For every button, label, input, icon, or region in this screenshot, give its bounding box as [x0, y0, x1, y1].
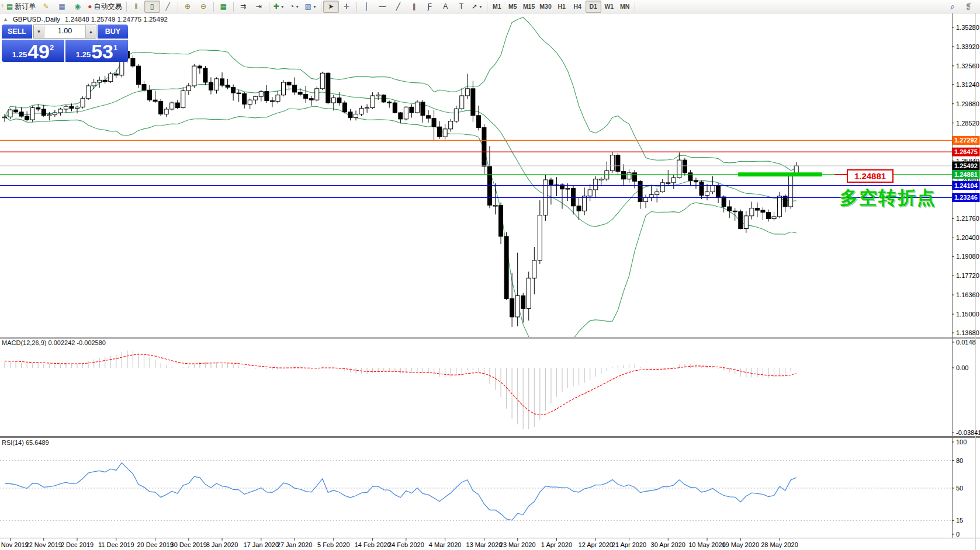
candlestick-chart-icon[interactable]: ▯: [144, 1, 160, 13]
volume-value[interactable]: 1.00: [44, 25, 85, 38]
chevron-down-icon[interactable]: ▼: [313, 5, 317, 9]
auto-scroll-icon: ⇉: [240, 3, 246, 10]
chevron-down-icon[interactable]: ▼: [295, 5, 299, 9]
toolbar-grip[interactable]: ⁞⁞: [0, 4, 4, 9]
candle-body: [660, 183, 664, 192]
timeframe-d1-button[interactable]: D1: [586, 1, 601, 13]
autotrade-button[interactable]: ●自动交易: [85, 1, 124, 13]
price-pane[interactable]: [0, 18, 952, 347]
navigator-icon[interactable]: ◉: [70, 1, 85, 13]
chart-canvas[interactable]: 1.352801.339201.325601.312401.298801.285…: [0, 0, 980, 550]
search-icon[interactable]: ⌕: [945, 1, 961, 13]
candle-body: [243, 93, 247, 104]
candlestick-chart-icon: ▯: [150, 3, 154, 10]
candle-body: [198, 66, 202, 68]
sell-button[interactable]: SELL: [2, 25, 32, 39]
macd-label: MACD(12,26,9) 0.002242 -0.002580: [2, 339, 106, 346]
date-axis-label: 10 May 2020: [688, 541, 726, 548]
timeframe-h4-button[interactable]: H4: [570, 1, 586, 13]
sell-price-tile[interactable]: 1.25 49 2: [2, 40, 64, 62]
timeframe-m1-button[interactable]: M1: [489, 1, 505, 13]
candle-body: [599, 179, 603, 180]
thick-trendline-segment[interactable]: [738, 172, 822, 176]
zoom-out-icon: ⊖: [200, 3, 206, 10]
sell-price-pip: 2: [50, 44, 54, 51]
candle-body: [47, 115, 51, 116]
candle-body: [237, 93, 241, 94]
timeframe-m5-button[interactable]: M5: [505, 1, 521, 13]
chevron-down-icon[interactable]: ▼: [281, 5, 285, 9]
cursor-icon[interactable]: ➤: [323, 1, 339, 13]
candle-body: [8, 110, 12, 117]
price-badge-label: 1.25492: [954, 162, 978, 169]
horizontal-line-icon[interactable]: —: [375, 1, 390, 13]
candle-body: [438, 127, 442, 137]
candle-body: [192, 66, 196, 86]
macd-pane[interactable]: [5, 350, 797, 429]
timeframe-m15-button[interactable]: M15: [521, 1, 537, 13]
chart-window-icon: ▦: [58, 3, 65, 10]
indicators-icon[interactable]: ✚▼: [271, 1, 287, 13]
chart-shift-icon[interactable]: ⇥: [251, 1, 267, 13]
chart-window-icon[interactable]: ▦: [54, 1, 70, 13]
date-axis-label: 22 Nov 2019: [26, 541, 62, 548]
timeframe-h1-button[interactable]: H1: [554, 1, 570, 13]
price-level-callout[interactable]: 1.24881: [847, 169, 894, 183]
candle-body: [655, 192, 659, 195]
text-icon[interactable]: A: [438, 1, 453, 13]
candle-body: [331, 98, 335, 103]
candle-body: [298, 92, 302, 95]
candle-body: [671, 177, 676, 182]
line-chart-icon[interactable]: ╱: [160, 1, 176, 13]
one-click-trading-panel: SELL ▼ 1.00 ▲ BUY 1.25 49 2 1.25 53 1: [2, 25, 128, 62]
candle-body: [81, 99, 85, 107]
toolbar-separator: [356, 2, 357, 12]
volume-decrement-button[interactable]: ▼: [34, 25, 44, 38]
timeframe-mn-button[interactable]: MN: [617, 1, 633, 13]
rsi-pane[interactable]: [0, 461, 952, 521]
candle-body: [64, 106, 68, 109]
auto-scroll-icon[interactable]: ⇉: [236, 1, 251, 13]
toolbar-separator: [178, 2, 178, 12]
feedback-icon[interactable]: ❡: [961, 1, 976, 13]
zoom-in-icon[interactable]: ⊕: [180, 1, 196, 13]
new-order-button[interactable]: ▤新订单: [4, 1, 38, 13]
date-axis-label: 1 Apr 2020: [541, 541, 572, 548]
arrows-icon[interactable]: ➚▼: [469, 1, 485, 13]
line-chart-icon: ╱: [165, 3, 169, 10]
timeframe-m30-button[interactable]: M30: [537, 1, 553, 13]
channel-icon[interactable]: ∥: [406, 1, 422, 13]
candle-body: [521, 296, 525, 309]
timeframe-w1-button[interactable]: W1: [601, 1, 617, 13]
trendline-icon[interactable]: ╱: [390, 1, 406, 13]
highlighter-icon[interactable]: ✎: [38, 1, 54, 13]
volume-increment-button[interactable]: ▲: [85, 25, 96, 38]
bar-chart-icon[interactable]: ‖: [129, 1, 144, 13]
date-axis-label: 13 Mar 2020: [466, 541, 503, 548]
buy-button[interactable]: BUY: [98, 25, 128, 39]
periods-icon[interactable]: ◔▼: [287, 1, 303, 13]
price-badge-label: 1.24104: [954, 182, 978, 189]
tile-windows-icon[interactable]: ▦: [216, 1, 231, 13]
rsi-axis-label: 50: [956, 485, 963, 492]
chevron-down-icon[interactable]: ▼: [479, 5, 483, 9]
candle-body: [644, 197, 648, 201]
zoom-out-icon[interactable]: ⊖: [196, 1, 212, 13]
candle-body: [203, 68, 207, 82]
macd-signal-line: [5, 354, 797, 415]
label-icon[interactable]: T: [453, 1, 469, 13]
fibonacci-icon[interactable]: Ƒ: [422, 1, 438, 13]
candle-body: [499, 206, 503, 236]
templates-icon[interactable]: ▧▼: [303, 1, 319, 13]
candle-body: [733, 211, 737, 212]
candle-body: [293, 85, 297, 92]
new-order-button: ▤: [6, 3, 13, 10]
price-badge-label: 1.26475: [954, 148, 978, 155]
crosshair-icon[interactable]: ✛: [339, 1, 355, 13]
buy-price-tile[interactable]: 1.25 53 1: [65, 40, 128, 62]
candle-body: [148, 90, 152, 100]
price-axis-label: 1.32560: [956, 62, 979, 69]
vertical-line-icon[interactable]: │: [359, 1, 375, 13]
turning-point-note[interactable]: 多空转折点: [840, 186, 936, 210]
candle-body: [621, 171, 625, 179]
